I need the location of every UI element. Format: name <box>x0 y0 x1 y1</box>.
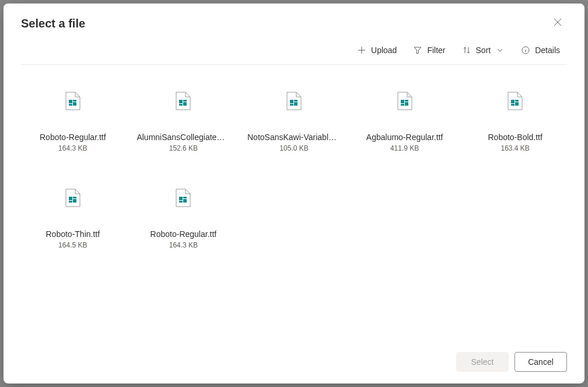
file-picker-dialog: Select a file Upload Filter Sort <box>4 4 584 383</box>
file-size: 164.3 KB <box>169 241 198 249</box>
svg-rect-11 <box>294 102 298 106</box>
svg-rect-21 <box>69 197 72 200</box>
file-tile[interactable]: Roboto-Regular.ttf164.3 KB <box>21 76 125 159</box>
svg-rect-23 <box>73 199 76 203</box>
upload-label: Upload <box>371 46 397 55</box>
file-icon <box>59 87 87 115</box>
file-tile[interactable]: Roboto-Regular.ttf164.3 KB <box>132 173 236 256</box>
file-icon <box>59 184 87 212</box>
svg-rect-9 <box>290 100 293 103</box>
svg-rect-16 <box>401 104 404 106</box>
svg-rect-24 <box>69 201 72 203</box>
cancel-button[interactable]: Cancel <box>514 352 567 372</box>
svg-rect-25 <box>179 197 183 200</box>
svg-rect-6 <box>183 100 187 102</box>
file-grid: Roboto-Regular.ttf164.3 KBAlumniSansColl… <box>21 76 567 256</box>
file-icon <box>280 87 308 115</box>
sort-icon <box>462 46 471 55</box>
file-size: 164.3 KB <box>58 144 87 152</box>
svg-rect-5 <box>179 100 183 103</box>
svg-rect-7 <box>183 102 187 106</box>
sort-button[interactable]: Sort <box>455 42 512 58</box>
file-icon <box>391 87 419 115</box>
file-size: 411.9 KB <box>390 144 419 152</box>
file-name: Roboto-Regular.ttf <box>150 229 217 239</box>
close-icon <box>553 18 562 29</box>
file-name: Agbalumo-Regular.ttf <box>366 133 443 142</box>
filter-label: Filter <box>427 46 445 55</box>
file-tile[interactable]: Roboto-Bold.ttf163.4 KB <box>463 76 567 159</box>
svg-rect-1 <box>69 100 72 103</box>
svg-rect-12 <box>290 104 293 106</box>
dialog-footer: Select Cancel <box>4 344 584 383</box>
details-button[interactable]: Details <box>514 42 567 58</box>
select-button[interactable]: Select <box>456 352 509 372</box>
svg-rect-20 <box>511 104 514 106</box>
close-button[interactable] <box>548 14 567 33</box>
svg-rect-17 <box>511 100 514 103</box>
info-icon <box>521 46 530 55</box>
file-icon <box>501 87 529 115</box>
svg-rect-26 <box>183 197 187 198</box>
file-name: Roboto-Thin.ttf <box>46 229 100 239</box>
svg-rect-13 <box>401 100 404 103</box>
svg-rect-15 <box>405 102 408 106</box>
file-size: 163.4 KB <box>501 144 530 152</box>
svg-rect-10 <box>294 100 298 102</box>
file-name: NotoSansKawi-VariableFont_wght.ttf <box>247 133 341 142</box>
dialog-title: Select a file <box>21 17 85 30</box>
svg-rect-8 <box>179 104 183 106</box>
filter-icon <box>413 46 422 55</box>
file-tile[interactable]: Roboto-Thin.ttf164.5 KB <box>21 173 125 256</box>
file-tile[interactable]: NotoSansKawi-VariableFont_wght.ttf105.0 … <box>242 76 346 159</box>
svg-rect-14 <box>405 100 408 102</box>
file-size: 105.0 KB <box>279 144 308 152</box>
sort-label: Sort <box>476 46 491 55</box>
svg-rect-22 <box>73 197 76 198</box>
filter-button[interactable]: Filter <box>406 42 452 58</box>
svg-rect-3 <box>73 102 76 106</box>
svg-rect-19 <box>515 102 519 106</box>
file-icon <box>169 184 197 212</box>
svg-rect-2 <box>73 100 76 102</box>
svg-rect-28 <box>179 201 183 203</box>
file-name: Roboto-Regular.ttf <box>40 133 106 142</box>
chevron-down-icon <box>495 46 505 55</box>
file-size: 164.5 KB <box>58 241 87 249</box>
plus-icon <box>357 46 366 55</box>
dialog-header: Select a file <box>4 4 584 39</box>
svg-rect-18 <box>515 100 519 102</box>
details-label: Details <box>535 46 560 55</box>
file-size: 152.6 KB <box>169 144 198 152</box>
file-tile[interactable]: Agbalumo-Regular.ttf411.9 KB <box>353 76 457 159</box>
svg-rect-27 <box>183 199 187 203</box>
svg-rect-4 <box>69 104 72 106</box>
upload-button[interactable]: Upload <box>350 42 404 58</box>
file-name: Roboto-Bold.ttf <box>488 133 542 142</box>
file-tile[interactable]: AlumniSansCollegiateOne-Regular.ttf152.6… <box>132 76 236 159</box>
toolbar: Upload Filter Sort Details <box>21 39 567 65</box>
file-grid-area: Roboto-Regular.ttf164.3 KBAlumniSansColl… <box>4 65 584 344</box>
file-name: AlumniSansCollegiateOne-Regular.ttf <box>136 133 230 142</box>
file-icon <box>169 87 197 115</box>
